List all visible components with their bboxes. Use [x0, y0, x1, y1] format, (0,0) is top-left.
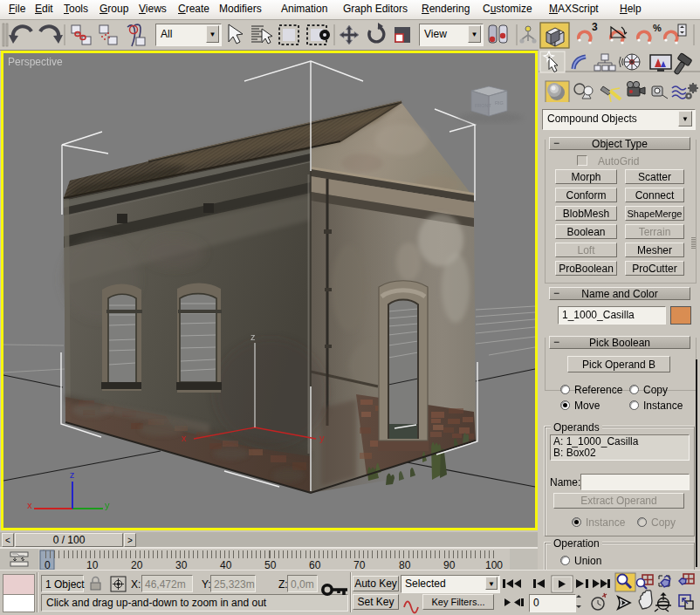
svg-text:RIG: RIG — [495, 100, 504, 106]
svg-text:Perspective: Perspective — [8, 56, 63, 68]
svg-text:y: y — [105, 500, 110, 510]
svg-text:x: x — [182, 433, 187, 443]
svg-text:%: % — [653, 23, 662, 33]
svg-text:x: x — [27, 500, 32, 510]
svg-text:z: z — [250, 331, 256, 342]
svg-text:FRONT: FRONT — [475, 103, 492, 108]
svg-text:z: z — [70, 469, 75, 480]
svg-text:y: y — [319, 433, 325, 443]
svg-text:3: 3 — [592, 21, 598, 33]
